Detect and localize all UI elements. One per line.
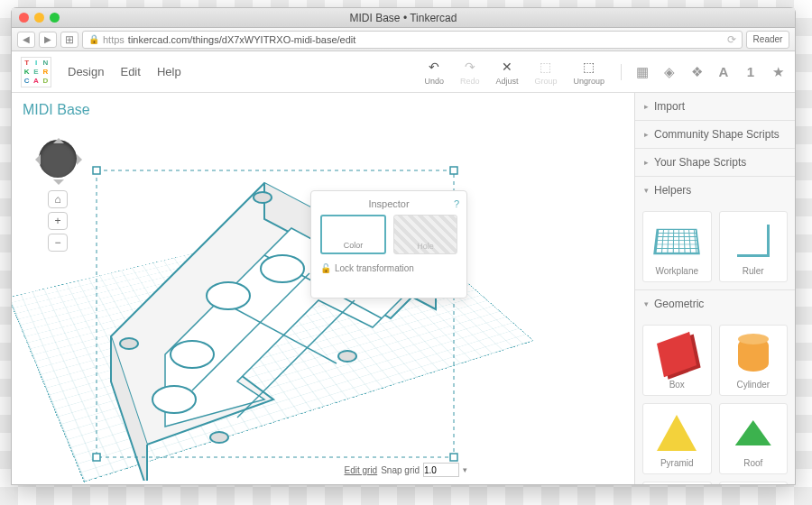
url-bar[interactable]: 🔒 https tinkercad.com/things/dX7xWYITRXO… [82, 31, 743, 49]
browser-toolbar: ◀ ▶ ⊞ 🔒 https tinkercad.com/things/dX7xW… [12, 28, 795, 51]
viewmode-solid-icon[interactable]: ▦ [634, 64, 651, 80]
adjust-icon: ✕ [499, 59, 515, 75]
lock-icon: 🔒 [88, 34, 99, 44]
minimize-icon[interactable] [34, 13, 44, 23]
padlock-icon: 🔓 [320, 263, 331, 273]
helper-workplane[interactable]: Workplane [642, 211, 712, 282]
lock-transformation[interactable]: 🔓 Lock transformation [320, 263, 457, 273]
cylinder-icon [738, 337, 769, 372]
zoom-icon[interactable] [50, 13, 60, 23]
ruler-icon [737, 225, 770, 257]
dropdown-icon[interactable]: ▾ [463, 465, 467, 474]
sidebar-helpers[interactable]: Helpers [635, 177, 795, 204]
shape-cylinder[interactable]: Cylinder [719, 325, 789, 396]
reader-button[interactable]: Reader [746, 31, 789, 49]
forward-button[interactable]: ▶ [39, 32, 57, 48]
inspector-panel: Inspector ? Color Hole 🔓 Lock transforma… [310, 190, 467, 298]
home-view-button[interactable]: ⌂ [48, 190, 68, 208]
url-scheme: https [103, 34, 125, 45]
svg-rect-15 [450, 167, 457, 174]
inspector-title: Inspector [320, 198, 457, 209]
helper-ruler[interactable]: Ruler [719, 211, 789, 282]
viewmode-star[interactable]: ★ [770, 64, 786, 80]
back-button[interactable]: ◀ [17, 32, 35, 48]
edit-grid-link[interactable]: Edit grid [345, 465, 378, 475]
refresh-icon[interactable]: ⟳ [727, 33, 736, 46]
shape-roof[interactable]: Roof [719, 403, 789, 474]
viewmode-a[interactable]: A [715, 64, 732, 80]
workplane-icon [653, 229, 700, 254]
pan-up-icon[interactable] [53, 133, 64, 143]
pyramid-icon [657, 415, 697, 451]
color-option[interactable]: Color [320, 215, 386, 254]
pan-right-icon[interactable] [77, 154, 88, 165]
zoom-out-button[interactable]: − [48, 234, 68, 252]
shape-sphere[interactable]: Sphere [719, 482, 789, 484]
window-titlebar: MIDI Base • Tinkercad [12, 8, 795, 28]
orbit-control[interactable] [39, 140, 77, 178]
viewmode-1[interactable]: 1 [743, 64, 759, 80]
undo-button[interactable]: ↶ Undo [424, 59, 444, 86]
menu-edit[interactable]: Edit [120, 65, 140, 78]
sidebar-yours[interactable]: Your Shape Scripts [635, 149, 795, 176]
pan-down-icon[interactable] [53, 179, 64, 190]
ungroup-button[interactable]: ⬚ Ungroup [573, 59, 604, 86]
shape-box[interactable]: Box [642, 325, 712, 396]
box-icon [657, 332, 697, 377]
group-icon: ⬚ [538, 59, 554, 75]
svg-rect-17 [450, 454, 457, 461]
svg-rect-14 [93, 167, 100, 174]
model-title: MIDI Base [23, 102, 90, 118]
snap-grid-control: Edit grid Snap grid ▾ [345, 463, 468, 477]
redo-icon: ↷ [462, 59, 478, 75]
ungroup-icon: ⬚ [581, 59, 597, 75]
help-icon[interactable]: ? [454, 198, 459, 209]
apps-button[interactable]: ⊞ [60, 32, 78, 48]
app-toolbar: TIN KER CAD Design Edit Help ↶ Undo ↷ Re… [12, 51, 795, 93]
viewmode-wire-icon[interactable]: ❖ [688, 64, 705, 80]
menu-design[interactable]: Design [68, 65, 104, 78]
adjust-button[interactable]: ✕ Adjust [495, 59, 518, 86]
snap-grid-label: Snap grid [381, 465, 420, 475]
sidebar-import[interactable]: Import [635, 93, 795, 120]
sidebar: Import Community Shape Scripts Your Shap… [634, 93, 795, 484]
url-text: tinkercad.com/things/dX7xWYITRXO-midi-ba… [128, 34, 355, 45]
menu-help[interactable]: Help [157, 65, 181, 78]
view-controls: ⌂ + − [23, 133, 93, 232]
svg-point-9 [254, 192, 272, 203]
snap-grid-input[interactable] [423, 463, 459, 477]
sidebar-community[interactable]: Community Shape Scripts [635, 121, 795, 148]
hole-option[interactable]: Hole [393, 215, 457, 254]
close-icon[interactable] [19, 13, 29, 23]
roof-icon [735, 420, 771, 445]
shape-pyramid[interactable]: Pyramid [642, 403, 712, 474]
group-button[interactable]: ⬚ Group [534, 59, 557, 86]
sidebar-geometric[interactable]: Geometric [635, 290, 795, 317]
redo-button[interactable]: ↷ Redo [460, 59, 480, 86]
shape-round-roof[interactable]: Round Roof [642, 482, 712, 484]
logo[interactable]: TIN KER CAD [21, 57, 51, 87]
zoom-in-button[interactable]: + [48, 212, 68, 230]
undo-icon: ↶ [426, 59, 442, 75]
viewmode-cube-icon[interactable]: ◈ [661, 64, 678, 80]
window-title: MIDI Base • Tinkercad [12, 12, 795, 24]
pan-left-icon[interactable] [30, 154, 41, 165]
canvas[interactable]: MIDI Base [12, 93, 634, 484]
